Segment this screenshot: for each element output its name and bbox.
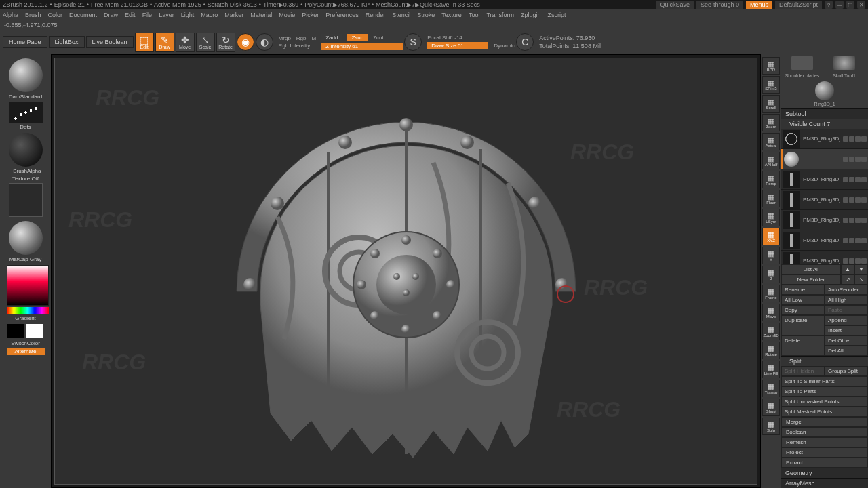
stroke-circle-icon[interactable]: S	[404, 33, 422, 51]
shelf-lsym[interactable]: ▦LSym	[762, 209, 780, 226]
menu-preferences[interactable]: Preferences	[326, 12, 359, 18]
gradient-label[interactable]: Gradient	[15, 315, 36, 321]
all-high-button[interactable]: All High	[825, 295, 868, 305]
shelf-xyz[interactable]: ▦XYZ	[762, 228, 780, 245]
menu-alpha[interactable]: Alpha	[3, 12, 18, 18]
remesh-section[interactable]: Remesh	[781, 437, 868, 447]
geometry-header[interactable]: Geometry	[781, 468, 868, 478]
menus-button[interactable]: Menus	[746, 1, 772, 9]
z-intensity-slider[interactable]: Z Intensity 61	[321, 43, 403, 50]
material-selector[interactable]: MatCap Gray	[7, 220, 45, 262]
menu-edit[interactable]: Edit	[125, 12, 136, 18]
boolean-section[interactable]: Boolean	[781, 427, 868, 437]
maximize-icon[interactable]: ▢	[846, 1, 854, 9]
split-parts-button[interactable]: Split To Parts	[781, 386, 868, 396]
delete-button[interactable]: Delete	[781, 336, 825, 356]
alpha-selector[interactable]: ~BrushAlpha	[7, 131, 45, 174]
autoreorder-button[interactable]: AutoReorder	[825, 285, 868, 295]
help-icon[interactable]: ?	[825, 1, 833, 9]
menu-picker[interactable]: Picker	[302, 12, 319, 18]
menu-render[interactable]: Render	[366, 12, 386, 18]
shelf-persp[interactable]: ▦Persp	[762, 171, 780, 188]
new-folder-button[interactable]: New Folder	[781, 274, 841, 285]
lightbox-button[interactable]: LightBox	[49, 36, 85, 48]
menu-marker[interactable]: Marker	[224, 12, 243, 18]
draw-mode-button[interactable]: ✎Draw	[155, 33, 174, 52]
scale-mode-button[interactable]: ⤡Scale	[196, 33, 215, 52]
shelf-move[interactable]: ▦Move	[762, 304, 780, 321]
shelf-scroll[interactable]: ▦Scroll	[762, 95, 780, 113]
merge-section[interactable]: Merge	[781, 417, 868, 427]
menu-stroke[interactable]: Stroke	[417, 12, 435, 18]
live-boolean-button[interactable]: Live Boolean	[86, 36, 134, 48]
subtool-row[interactable]: PM3D_Ring3D_16	[781, 190, 868, 210]
split-masked-button[interactable]: Split Masked Points	[781, 407, 868, 417]
imm-circle-icon[interactable]: C	[516, 33, 534, 51]
draw-size-slider[interactable]: Draw Size 51	[427, 42, 488, 49]
menu-transform[interactable]: Transform	[486, 12, 514, 18]
primary-color-swatch[interactable]	[26, 324, 43, 338]
menu-zplugin[interactable]: Zplugin	[521, 12, 541, 18]
list-all-button[interactable]: List All	[781, 264, 841, 274]
default-zscript-button[interactable]: DefaultZScript	[775, 1, 822, 9]
append-button[interactable]: Append	[825, 315, 868, 325]
quicksave-button[interactable]: QuickSave	[656, 1, 694, 9]
edit-mode-button[interactable]: ⬚Edit	[135, 33, 154, 52]
subtool-row[interactable]: PM3D_Ring3D_5	[781, 210, 868, 230]
shelf-z[interactable]: ▦Z	[762, 266, 780, 283]
menu-document[interactable]: Document	[69, 12, 97, 18]
project-section[interactable]: Project	[781, 447, 868, 458]
all-low-button[interactable]: All Low	[781, 295, 825, 305]
shelf-floor[interactable]: ▦Floor	[762, 190, 780, 207]
alternate-button[interactable]: Alternate	[7, 348, 45, 355]
menu-tool[interactable]: Tool	[469, 12, 480, 18]
shelf-y[interactable]: ▦Y	[762, 247, 780, 264]
split-hidden-button[interactable]: Split Hidden	[781, 366, 825, 376]
close-icon[interactable]: ✕	[857, 1, 865, 9]
tool-slot-2[interactable]: Skull Tool1	[823, 54, 865, 80]
del-all-button[interactable]: Del All	[825, 346, 868, 356]
menu-brush[interactable]: Brush	[25, 12, 41, 18]
texture-selector[interactable]: Texture Off	[7, 176, 45, 218]
subtool-row[interactable]: PM3D_Ring3D_3	[781, 169, 868, 190]
subtool-row[interactable]	[781, 149, 868, 169]
menu-light[interactable]: Light	[181, 12, 195, 18]
shelf-actual[interactable]: ▦Actual	[762, 133, 780, 150]
rgb-intensity-slider[interactable]: Rgb Intensity	[279, 43, 311, 49]
shelf-ghost[interactable]: ▦Ghost	[762, 399, 780, 416]
menu-layer[interactable]: Layer	[159, 12, 174, 18]
shelf-transp[interactable]: ▦Transp	[762, 380, 780, 397]
subtool-row[interactable]: PM3D_Ring3D_5	[781, 129, 868, 149]
arrow-up-icon[interactable]: ↗	[841, 274, 854, 285]
insert-button[interactable]: Insert	[825, 325, 868, 336]
viewport[interactable]: RRCG RRCG RRCG RRCG RRCG RRCG	[51, 54, 761, 488]
sculptris-button[interactable]: ◐	[256, 33, 273, 51]
shelf-frame[interactable]: ▦Frame	[762, 285, 780, 302]
home-button[interactable]: Home Page	[3, 36, 47, 48]
menu-material[interactable]: Material	[250, 12, 272, 18]
menu-texture[interactable]: Texture	[441, 12, 462, 18]
seethrough-slider[interactable]: See-through 0	[696, 1, 743, 9]
rename-button[interactable]: Rename	[781, 285, 825, 295]
switch-color-button[interactable]: SwitchColor	[11, 340, 40, 346]
active-tool-icon[interactable]	[815, 81, 834, 100]
move-mode-button[interactable]: ✥Move	[176, 33, 195, 52]
subtool-header[interactable]: Subtool	[781, 108, 868, 119]
color-picker[interactable]	[7, 264, 45, 314]
paste-button[interactable]: Paste	[825, 305, 868, 315]
gizmo-button[interactable]: ◉	[237, 33, 254, 51]
shelf-bpr[interactable]: ▦BPR	[762, 57, 780, 75]
shelf-aahalf[interactable]: ▦AAHalf	[762, 152, 780, 169]
split-unmasked-button[interactable]: Split Unmasked Points	[781, 396, 868, 407]
shelf-solo[interactable]: ▦Solo	[762, 418, 780, 435]
arrow-down-icon[interactable]: ↘	[854, 274, 868, 285]
shelf-zoom[interactable]: ▦Zoom	[762, 114, 780, 131]
arraymesh-header[interactable]: ArrayMesh	[781, 478, 868, 488]
brush-selector[interactable]: DamStandard	[7, 57, 45, 100]
menu-file[interactable]: File	[142, 12, 153, 18]
menu-macro[interactable]: Macro	[201, 12, 218, 18]
move-down-icon[interactable]: ▼	[854, 264, 868, 274]
menu-color[interactable]: Color	[48, 12, 63, 18]
shelf-rotate[interactable]: ▦Rotate	[762, 342, 780, 359]
stroke-selector[interactable]: Dots	[7, 101, 45, 130]
